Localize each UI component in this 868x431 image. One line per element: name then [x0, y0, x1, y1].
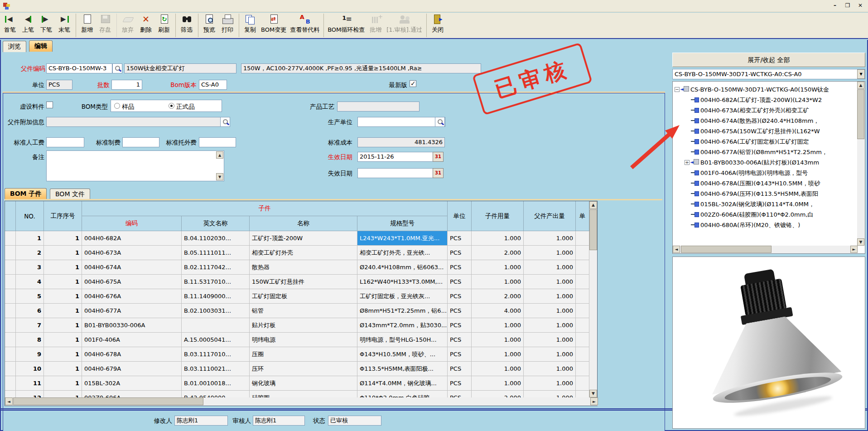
grid-header-spec[interactable]: 规格型号 [357, 216, 448, 231]
grid-header-parent-out[interactable]: 父件产出量 [524, 201, 576, 231]
menu-item[interactable] [79, 0, 92, 12]
cell-parent-out[interactable]: 1.000 [524, 318, 576, 333]
tab-browse[interactable]: 浏览 [3, 41, 26, 52]
toolbar-button[interactable]: 刷新 [155, 14, 173, 37]
menu-item[interactable] [53, 0, 66, 12]
toolbar-button[interactable]: BOM循环检查 [323, 14, 366, 37]
tree-item[interactable]: 004H0-677A(铝管)(Ø8mm*H51*T2.25mm， [674, 147, 850, 157]
effective-calendar-icon[interactable]: 31 [433, 152, 444, 162]
cell-en-name[interactable]: B.02.1117042... [182, 260, 250, 275]
tree-item[interactable]: 015BL-302A(钢化玻璃)(Ø114*T4.0MM， [674, 199, 850, 209]
table-row[interactable]: 3 1 004H0-674A B.02.1117042... 散热器 Ø240.… [5, 260, 589, 275]
tree-hscroll-thumb[interactable] [681, 246, 772, 253]
table-row[interactable]: 6 1 004H0-677A B.02.1003031... 铝管 Ø8mm*H… [5, 304, 589, 318]
cell-en-name[interactable]: B.11.5317010... [182, 275, 250, 289]
minimize-button[interactable]: – [830, 1, 840, 10]
grid-vertical-scrollbar[interactable]: ▲ ▼ [589, 201, 597, 397]
remark-scroll-down-icon[interactable]: ▼ [216, 173, 223, 180]
tree-item[interactable]: 004H0-679A(压环)(Φ113.5*H5MM,表面阳 [674, 189, 850, 199]
table-row[interactable]: 4 1 004H0-675A B.11.5317010... 150W工矿灯悬挂… [5, 275, 589, 289]
cell-qty[interactable]: 2.000 [472, 246, 524, 260]
toolbar-button[interactable]: 末笔 [55, 14, 73, 37]
tree-item[interactable]: 004H0-680A(吊环)(M20、铁镀铬、) [674, 220, 850, 230]
table-row[interactable]: 10 1 004H0-679A B.03.1110021... 压环 Φ113.… [5, 362, 589, 376]
grid-horizontal-scrollbar[interactable]: ◄ ► [5, 397, 598, 406]
menu-item[interactable] [66, 0, 79, 12]
cell-en-name[interactable]: B.01.0010018... [182, 376, 250, 391]
cell-qty[interactable]: 1.000 [472, 347, 524, 362]
grid-scroll-right-icon[interactable]: ► [590, 397, 598, 405]
cell-name[interactable]: 散热器 [250, 260, 357, 275]
toolbar-button[interactable]: 复制 [239, 14, 259, 37]
cell-unit[interactable]: PCS [448, 260, 472, 275]
row-selector-cell[interactable] [5, 289, 16, 304]
cell-spec[interactable]: L162*W40*H133*T3.0MM,... [357, 275, 448, 289]
grid-header-qty[interactable]: 子件用量 [472, 201, 524, 231]
close-window-button[interactable]: ✕ [855, 1, 865, 10]
cell-unit[interactable]: PCS [448, 246, 472, 260]
cell-qty[interactable]: 1.000 [472, 362, 524, 376]
tree-vscroll-thumb[interactable] [857, 89, 864, 139]
parent-code-input[interactable]: CS-BYB-O-150MW-3 [46, 63, 112, 73]
remark-textarea[interactable]: ▲ ▼ [46, 150, 224, 181]
toolbar-button[interactable]: 筛选 [175, 14, 196, 37]
cell-en-name[interactable]: B.05.1111011... [182, 246, 250, 260]
toolbar-button[interactable]: 批增 [366, 14, 385, 37]
std-labor-input[interactable] [46, 137, 84, 147]
cell-spec[interactable]: 工矿灯固定板，亚光铁灰... [357, 289, 448, 304]
tree-scroll-right-icon[interactable]: ► [850, 246, 858, 253]
row-selector-cell[interactable] [5, 304, 16, 318]
tree-item[interactable]: 002Z0-606A(硅胶圈)(Φ110*Φ2.0mm,白 [674, 209, 850, 220]
cell-name[interactable]: 工矿灯固定板 [250, 289, 357, 304]
prod-unit-input[interactable] [357, 117, 445, 127]
cell-spec[interactable]: Φ143*H10.5MM，喷砂、... [357, 347, 448, 362]
menu-item[interactable] [15, 0, 28, 12]
cell-spec[interactable]: Ø240.4*H108mm，铝6063... [357, 260, 448, 275]
subtab-bom-files[interactable]: BOM 文件 [50, 189, 90, 200]
cell-unit[interactable]: PCS [448, 289, 472, 304]
tree-expand-icon[interactable]: + [685, 160, 690, 165]
cell-code[interactable]: 004H0-677A [82, 304, 182, 318]
tree-item[interactable]: 004H0-674A(散热器)(Ø240.4*H108mm， [674, 116, 850, 126]
cell-parent-out[interactable]: 1.000 [524, 260, 576, 275]
cell-code[interactable]: 015BL-302A [82, 376, 182, 391]
grid-hscroll-thumb[interactable] [13, 397, 203, 405]
cell-parent-out[interactable]: 1.000 [524, 362, 576, 376]
cell-qty[interactable]: 2.000 [472, 289, 524, 304]
table-row[interactable]: 5 1 004H0-676A B.11.1409000... 工矿灯固定板 工矿… [5, 289, 589, 304]
row-selector-cell[interactable] [5, 333, 16, 347]
cell-name[interactable]: 相变工矿灯外壳 [250, 246, 357, 260]
tree-scroll-up-icon[interactable]: ▲ [857, 82, 864, 89]
grid-header-code[interactable]: 编码 [82, 216, 182, 231]
row-selector-cell[interactable] [5, 318, 16, 333]
cell-code[interactable]: 004H0-675A [82, 275, 182, 289]
cell-code[interactable]: 004H0-679A [82, 362, 182, 376]
table-row[interactable]: 9 1 004H0-678A B.03.1117010... 压圈 Φ143*H… [5, 347, 589, 362]
row-selector-cell[interactable] [5, 376, 16, 391]
cell-code[interactable]: 004H0-682A [82, 231, 182, 246]
row-selector-cell[interactable] [5, 246, 16, 260]
row-selector-cell[interactable] [5, 260, 16, 275]
parent-extra-lookup-icon[interactable] [220, 117, 230, 127]
cell-name[interactable]: 贴片灯板 [250, 318, 357, 333]
tree-item[interactable]: 004H0-676A(工矿灯固定板)(工矿灯固定 [674, 136, 850, 147]
tree-item[interactable]: 001F0-406A(明纬电源)(明纬电源，型号 [674, 168, 850, 178]
toolbar-button[interactable]: 上笔 [19, 14, 37, 37]
cell-spec[interactable]: Ø143mm*T2.0mm，贴3030... [357, 318, 448, 333]
cell-qty[interactable]: 1.000 [472, 318, 524, 333]
grid-header-en-name[interactable]: 英文名称 [182, 216, 250, 231]
toolbar-button[interactable]: 下笔 [37, 14, 55, 37]
expire-calendar-icon[interactable]: 31 [433, 168, 444, 178]
cell-parent-out[interactable]: 1.000 [524, 275, 576, 289]
tree-horizontal-scrollbar[interactable]: ◄ ► [673, 246, 858, 253]
bom-type-sample-radio[interactable] [114, 103, 120, 109]
effective-date-input[interactable]: 2015-11-26 [357, 152, 434, 162]
table-row[interactable]: 8 1 001F0-406A A.15.0005041... 明纬电源 明纬电源… [5, 333, 589, 347]
tree-collapse-icon[interactable]: − [675, 87, 680, 92]
cell-en-name[interactable]: B.04.1102030... [182, 231, 250, 246]
tree-root-item[interactable]: −CS-BYB-O-150MW-30D71-WCTKG-A0(150W钛金 [674, 84, 850, 95]
cell-name[interactable]: 铝管 [250, 304, 357, 318]
tree-item[interactable]: +B01-BYB00330-006A(贴片灯板)(Ø143mm [674, 157, 850, 168]
cell-name[interactable]: 钢化玻璃 [250, 376, 357, 391]
bom-version-input[interactable]: CS-A0 [199, 80, 227, 90]
